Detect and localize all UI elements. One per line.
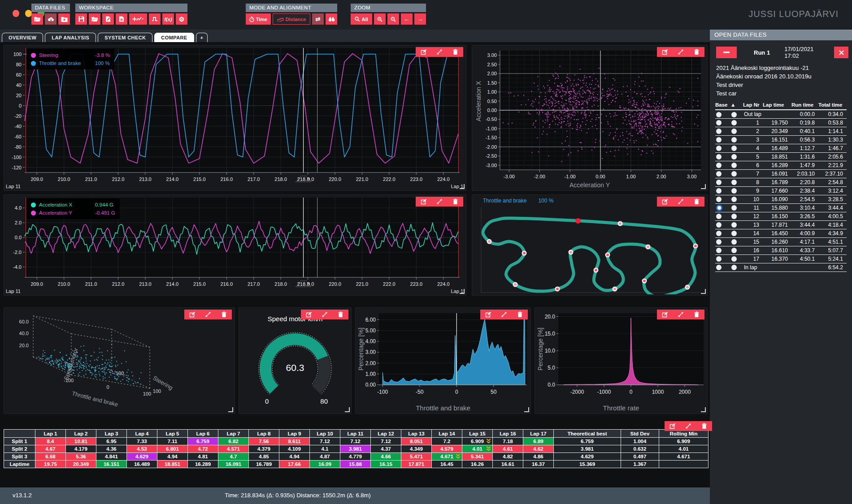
- compare-radio[interactable]: [731, 256, 737, 262]
- edit-icon[interactable]: [662, 198, 668, 205]
- compare-radio[interactable]: [731, 222, 737, 228]
- tab-lap-analysis[interactable]: LAP ANALYSIS: [45, 33, 96, 42]
- tab-compare[interactable]: COMPARE: [154, 33, 194, 42]
- base-radio[interactable]: [716, 171, 722, 177]
- edit-icon[interactable]: [485, 311, 491, 318]
- base-radio[interactable]: [716, 239, 722, 245]
- base-radio[interactable]: [716, 112, 722, 117]
- track-map[interactable]: [472, 205, 707, 294]
- trash-icon[interactable]: [694, 198, 700, 205]
- zoom-in-button[interactable]: [374, 13, 386, 25]
- compare-radio[interactable]: [731, 146, 737, 151]
- compare-radio[interactable]: [731, 231, 737, 236]
- base-radio[interactable]: [716, 137, 722, 142]
- throttle-histogram[interactable]: -100-500506.005.004.003.002.001.000.00: [356, 308, 530, 403]
- close-data-file-button[interactable]: [58, 13, 70, 25]
- add-chart-button[interactable]: [129, 13, 147, 25]
- compare-radio[interactable]: [731, 129, 737, 134]
- compare-radio[interactable]: [731, 205, 737, 211]
- trash-icon[interactable]: [452, 49, 458, 55]
- edit-icon[interactable]: [662, 311, 668, 318]
- base-radio[interactable]: [716, 214, 722, 219]
- trash-icon[interactable]: [452, 198, 458, 205]
- base-radio[interactable]: [716, 265, 722, 270]
- add-tab-button[interactable]: +: [196, 33, 208, 42]
- speed-gauge[interactable]: [239, 308, 351, 414]
- collapse-run-button[interactable]: [716, 47, 737, 58]
- compare-radio[interactable]: [731, 163, 737, 168]
- edit-icon[interactable]: [421, 49, 427, 55]
- edit-icon[interactable]: [306, 311, 312, 318]
- lap-col-header[interactable]: ▲: [730, 101, 743, 110]
- open-workspace-button[interactable]: [89, 13, 100, 25]
- tab-system-check[interactable]: SYSTEM CHECK: [98, 33, 152, 42]
- function-button[interactable]: f(x): [162, 13, 174, 25]
- pan-left-button[interactable]: ←: [401, 13, 413, 25]
- compare-radio[interactable]: [731, 214, 737, 219]
- compare-radio[interactable]: [731, 197, 737, 202]
- distance-mode-button[interactable]: Distance: [273, 13, 310, 25]
- base-radio[interactable]: [716, 146, 722, 151]
- expand-icon[interactable]: [685, 423, 691, 429]
- settings-gears-button[interactable]: ⚙: [176, 13, 187, 25]
- pan-right-button[interactable]: →: [414, 13, 426, 25]
- expand-icon[interactable]: [678, 311, 684, 318]
- inspect-binoculars-button[interactable]: [326, 13, 337, 25]
- compare-radio[interactable]: [731, 180, 737, 185]
- compare-radio[interactable]: [731, 188, 737, 194]
- expand-icon[interactable]: [322, 311, 328, 318]
- compare-radio[interactable]: [731, 239, 737, 245]
- base-radio[interactable]: [716, 222, 722, 228]
- base-radio[interactable]: [716, 256, 722, 262]
- close-run-button[interactable]: [834, 47, 848, 58]
- base-radio[interactable]: [716, 231, 722, 236]
- minimize-window-button[interactable]: [25, 10, 32, 17]
- delete-workspace-button[interactable]: [116, 13, 127, 25]
- expand-icon[interactable]: [678, 49, 684, 55]
- zoom-all-button[interactable]: All: [351, 13, 372, 25]
- zoom-out-button[interactable]: [387, 13, 399, 25]
- close-window-button[interactable]: [13, 10, 19, 17]
- compare-radio[interactable]: [731, 154, 737, 159]
- trash-icon[interactable]: [701, 423, 707, 429]
- trash-icon[interactable]: [221, 311, 227, 318]
- throttle-rate-histogram[interactable]: -2000-100001000200020.015.010.05.00.0: [535, 308, 707, 403]
- compare-radio[interactable]: [731, 248, 737, 253]
- edit-icon[interactable]: [189, 311, 196, 318]
- trash-icon[interactable]: [694, 49, 700, 55]
- signal-button[interactable]: [149, 13, 161, 25]
- base-radio[interactable]: [716, 154, 722, 159]
- cloud-download-button[interactable]: [45, 13, 57, 25]
- base-radio[interactable]: [716, 180, 722, 185]
- base-radio[interactable]: [716, 197, 722, 202]
- expand-icon[interactable]: [436, 49, 443, 55]
- trash-icon[interactable]: [338, 311, 343, 318]
- edit-icon[interactable]: [669, 423, 676, 429]
- time-mode-button[interactable]: Time: [246, 13, 271, 25]
- trash-icon[interactable]: [694, 311, 700, 318]
- expand-icon[interactable]: [436, 198, 443, 205]
- compare-radio[interactable]: [731, 112, 737, 117]
- base-radio[interactable]: [716, 188, 722, 194]
- edit-icon[interactable]: [421, 198, 427, 205]
- expand-icon[interactable]: [501, 311, 507, 318]
- compare-radio[interactable]: [731, 265, 737, 270]
- swap-alignment-button[interactable]: ⇄: [312, 13, 324, 25]
- open-data-file-button[interactable]: [31, 13, 43, 25]
- compare-radio[interactable]: [731, 137, 737, 142]
- base-radio[interactable]: [716, 163, 722, 168]
- expand-icon[interactable]: [205, 311, 211, 318]
- base-radio[interactable]: [716, 248, 722, 253]
- compare-radio[interactable]: [731, 171, 737, 177]
- base-radio[interactable]: [716, 120, 722, 125]
- base-radio[interactable]: [716, 205, 722, 211]
- base-radio[interactable]: [716, 129, 722, 134]
- tab-overview[interactable]: OVERVIEW: [2, 33, 43, 42]
- trash-icon[interactable]: [517, 311, 523, 318]
- acceleration-scatter-chart[interactable]: -3.00-2.00-1.000.001.002.003.003.002.502…: [472, 45, 707, 190]
- speed-3d-chart[interactable]: 20.040.060.0-1000100100-100: [4, 308, 235, 414]
- edit-workspace-button[interactable]: [102, 13, 114, 25]
- expand-icon[interactable]: [678, 198, 684, 205]
- compare-radio[interactable]: [731, 120, 737, 125]
- save-workspace-button[interactable]: [75, 13, 87, 25]
